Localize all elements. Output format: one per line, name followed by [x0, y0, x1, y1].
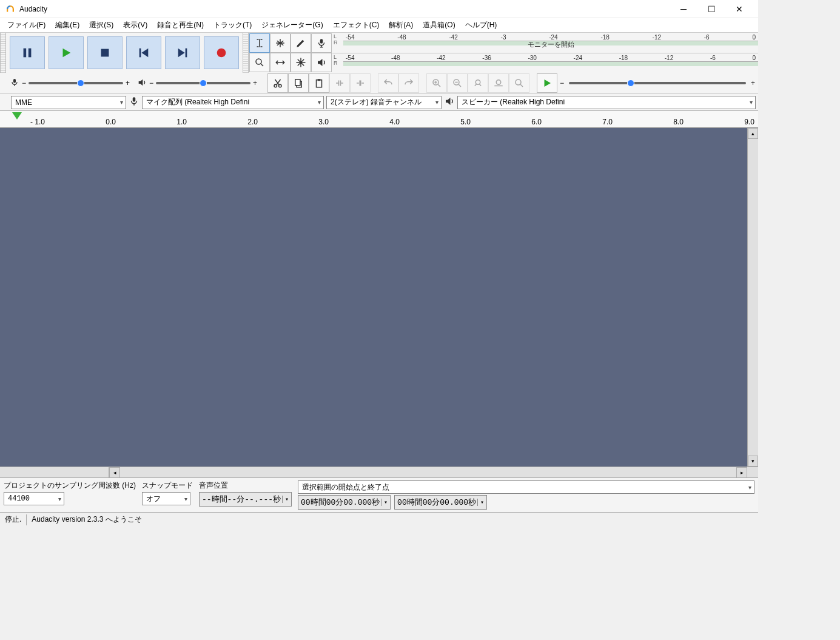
zoom-in-button[interactable]	[426, 73, 447, 93]
transport-toolbar	[6, 33, 243, 73]
scroll-right-button[interactable]: ▸	[736, 467, 747, 478]
copy-button[interactable]	[288, 73, 309, 93]
silence-button[interactable]	[350, 73, 371, 93]
mic-icon[interactable]	[311, 33, 332, 53]
menu-view[interactable]: 表示(V)	[118, 18, 152, 32]
svg-rect-0	[24, 49, 27, 58]
timeshift-tool[interactable]	[270, 53, 291, 72]
envelope-tool[interactable]	[270, 33, 291, 53]
status-bar: 停止. Audacity version 2.3.3 へようこそ	[0, 512, 758, 527]
selection-end-value: 00時間00分00.000秒	[397, 497, 476, 508]
meter-tick: -54	[346, 34, 354, 41]
meter-tick: -36	[482, 55, 491, 61]
speaker-icon[interactable]	[311, 53, 332, 72]
menu-help[interactable]: ヘルプ(H)	[460, 18, 502, 32]
selection-format-value: 選択範囲の開始点と終了点	[302, 482, 389, 493]
track-panel[interactable]	[0, 128, 747, 467]
playhead-icon[interactable]	[12, 112, 22, 120]
record-button[interactable]	[204, 36, 239, 69]
svg-rect-14	[318, 79, 321, 81]
tools-toolbar	[249, 33, 332, 73]
scroll-down-button[interactable]: ▾	[748, 456, 758, 467]
close-button[interactable]: ✕	[725, 0, 753, 18]
svg-rect-21	[133, 97, 136, 102]
vertical-scrollbar[interactable]: ▴ ▾	[747, 128, 758, 467]
playback-volume-track[interactable]	[156, 82, 250, 84]
undo-button[interactable]	[378, 73, 398, 93]
audio-host-dropdown[interactable]: MME	[11, 96, 126, 109]
svg-rect-4	[186, 49, 187, 58]
menu-tracks[interactable]: トラック(T)	[209, 18, 257, 32]
selection-start-value: 00時間00分00.000秒	[301, 497, 380, 508]
audio-position-display[interactable]: --時間--分--.---秒▾	[199, 492, 292, 507]
meter-tick: -3	[501, 34, 506, 41]
zoom-tool[interactable]	[249, 53, 270, 72]
mic-icon	[129, 96, 139, 109]
recording-meter[interactable]: LR -54 -48 -42 -3 モニターを開始 -24 -18 -12 -6…	[332, 33, 758, 53]
menu-edit[interactable]: 編集(E)	[50, 18, 84, 32]
menu-bar: ファイル(F) 編集(E) 選択(S) 表示(V) 録音と再生(N) トラック(…	[0, 18, 758, 33]
play-at-speed-button[interactable]	[537, 73, 557, 93]
menu-file[interactable]: ファイル(F)	[2, 18, 50, 32]
timeline-tick: 3.0	[318, 118, 329, 126]
audio-position-label: 音声位置	[199, 480, 292, 491]
status-state: 停止.	[5, 514, 21, 525]
minimize-button[interactable]: ─	[670, 0, 697, 18]
fit-project-button[interactable]	[488, 73, 509, 93]
project-rate-label: プロジェクトのサンプリング周波数 (Hz)	[4, 480, 136, 491]
zoom-toolbar	[426, 73, 530, 93]
stop-button[interactable]	[87, 36, 123, 69]
playback-meter[interactable]: LR -54 -48 -42 -36 -30 -24 -18 -12 -6 0	[332, 53, 758, 73]
zoom-out-button[interactable]	[447, 73, 468, 93]
fit-selection-button[interactable]	[468, 73, 488, 93]
zoom-toggle-button[interactable]	[509, 73, 529, 93]
trim-button[interactable]	[329, 73, 350, 93]
playback-device-dropdown[interactable]: スピーカー (Realtek High Defini	[457, 96, 756, 109]
menu-transport[interactable]: 録音と再生(N)	[152, 18, 209, 32]
menu-effect[interactable]: エフェクト(C)	[328, 18, 385, 32]
meter-tick: -42	[437, 55, 445, 61]
selection-toolbar: プロジェクトのサンプリング周波数 (Hz) 44100 スナップモード オフ 音…	[0, 477, 758, 512]
toolbar-grip[interactable]	[243, 33, 249, 73]
skip-end-button[interactable]	[165, 36, 200, 69]
paste-button[interactable]	[309, 73, 329, 93]
play-button[interactable]	[49, 36, 84, 69]
scroll-up-button[interactable]: ▴	[748, 128, 758, 139]
cut-button[interactable]	[267, 73, 288, 93]
svg-rect-1	[29, 49, 32, 58]
redo-button[interactable]	[398, 73, 419, 93]
selection-tool[interactable]	[249, 33, 270, 53]
recording-channels-dropdown[interactable]: 2(ステレオ) 録音チャンネル	[326, 96, 442, 109]
menu-generate[interactable]: ジェネレーター(G)	[257, 18, 328, 32]
draw-tool[interactable]	[291, 33, 311, 53]
selection-format-dropdown[interactable]: 選択範囲の開始点と終了点	[298, 480, 754, 494]
svg-rect-6	[320, 39, 323, 44]
meter-tick: -42	[449, 34, 457, 41]
menu-analyze[interactable]: 解析(A)	[384, 18, 418, 32]
speaker-icon	[137, 78, 147, 89]
skip-start-button[interactable]	[126, 36, 161, 69]
selection-end-display[interactable]: 00時間00分00.000秒▾	[394, 495, 487, 510]
recording-volume-track[interactable]	[29, 82, 123, 84]
minus-icon: −	[560, 79, 564, 87]
meter-tick: -48	[391, 55, 400, 61]
toolbar-grip[interactable]	[0, 33, 6, 73]
meter-tick: -18	[600, 34, 609, 41]
timeline-ruler[interactable]: - 1.0 0.0 1.0 2.0 3.0 4.0 5.0 6.0 7.0 8.…	[0, 111, 758, 128]
pause-button[interactable]	[10, 36, 45, 69]
recording-device-dropdown[interactable]: マイク配列 (Realtek High Defini	[142, 96, 324, 109]
timeline-tick: - 1.0	[30, 118, 45, 126]
multi-tool[interactable]	[291, 53, 311, 72]
menu-tools[interactable]: 道具箱(O)	[418, 18, 460, 32]
menu-select[interactable]: 選択(S)	[84, 18, 118, 32]
playback-speed-track[interactable]	[569, 82, 746, 84]
project-rate-value: 44100	[8, 494, 30, 503]
horizontal-scrollbar[interactable]: ◂ ▸	[0, 467, 758, 477]
selection-start-display[interactable]: 00時間00分00.000秒▾	[298, 495, 391, 510]
timeline-tick: 7.0	[602, 118, 613, 126]
maximize-button[interactable]: ☐	[697, 0, 725, 18]
scroll-left-button[interactable]: ◂	[109, 467, 120, 478]
snap-mode-dropdown[interactable]: オフ	[142, 492, 190, 505]
undo-redo-toolbar	[377, 73, 420, 93]
project-rate-dropdown[interactable]: 44100	[4, 492, 64, 505]
